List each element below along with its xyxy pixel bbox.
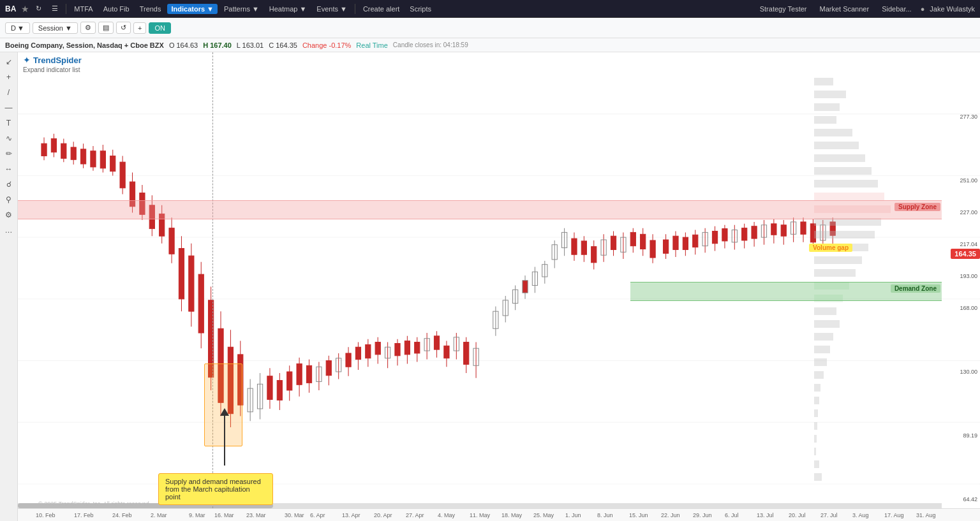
svg-rect-122 [444, 346, 449, 358]
refresh-button[interactable]: ↻ [32, 3, 45, 14]
svg-rect-126 [464, 342, 469, 365]
heatmap-button[interactable]: Heatmap ▼ [265, 4, 311, 14]
indicators-button[interactable]: Indicators ▼ [167, 4, 217, 14]
date-17feb: 17. Feb [74, 512, 94, 518]
favorite-button[interactable]: ★ [21, 4, 29, 14]
sidebar-button[interactable]: Sidebar... [878, 4, 915, 14]
price-level-130: 130.00 [945, 369, 980, 375]
interval-btn[interactable]: D ▼ [5, 22, 30, 34]
scroll-bar[interactable] [18, 503, 942, 508]
second-toolbar: D ▼ Session ▼ ⚙ ▤ ↺ + ON [0, 18, 980, 38]
trends-button[interactable]: Trends [136, 4, 165, 14]
fibonacci-icon[interactable]: ∿ [2, 131, 16, 145]
price-level-217: 217.04 [945, 241, 980, 247]
svg-rect-146 [572, 238, 577, 254]
more-tools-icon[interactable]: … [2, 223, 16, 237]
date-24feb: 24. Feb [112, 512, 132, 518]
supply-zone-band [18, 200, 942, 219]
user-avatar: ● [921, 5, 925, 13]
trendspider-logo: ✦ TrendSpider [23, 55, 82, 65]
brush-icon[interactable]: ✏ [2, 147, 16, 161]
svg-rect-52 [100, 151, 105, 168]
svg-rect-50 [91, 151, 96, 167]
separator-1 [66, 4, 66, 14]
svg-rect-136 [523, 281, 528, 293]
session-dropdown-icon: ▼ [65, 24, 72, 32]
settings-icon[interactable]: ⚙ [2, 208, 16, 222]
scripts-button[interactable]: Scripts [406, 4, 435, 14]
svg-rect-46 [71, 147, 76, 159]
session-label: Session [38, 24, 63, 32]
date-16mar: 16. Mar [214, 512, 234, 518]
svg-rect-154 [611, 236, 616, 249]
strategy-tester-button[interactable]: Strategy Tester [756, 4, 811, 14]
market-scanner-button[interactable]: Market Scanner [815, 4, 873, 14]
draw-line-icon[interactable]: / [2, 85, 16, 99]
svg-rect-8 [814, 180, 878, 187]
price-level-251: 251.00 [945, 177, 980, 184]
date-axis: 10. Feb 17. Feb 24. Feb 2. Mar 9. Mar 16… [18, 508, 980, 521]
magnet-icon[interactable]: ⚲ [2, 193, 16, 207]
expand-indicator-link[interactable]: Expand indicator list [23, 66, 80, 73]
create-alert-button[interactable]: Create alert [359, 4, 403, 14]
annotation-box: Supply and demand measured from the Marc… [158, 473, 273, 505]
cursor-icon[interactable]: ↙ [2, 55, 16, 69]
on-btn[interactable]: ON [149, 22, 171, 34]
price-level-193: 193.00 [945, 273, 980, 279]
svg-rect-170 [693, 235, 698, 247]
date-13jul: 13. Jul [757, 512, 774, 518]
svg-rect-54 [110, 156, 115, 171]
date-10feb: 10. Feb [36, 512, 56, 518]
interval-value: D [11, 24, 16, 32]
svg-rect-2 [814, 103, 840, 111]
svg-rect-72 [198, 274, 204, 333]
date-11may: 11. May [470, 512, 490, 518]
date-22jun: 22. Jun [661, 512, 680, 518]
text-icon[interactable]: T [2, 116, 16, 130]
top-toolbar: BA ★ ↻ ☰ MTFA Auto Fib Trends Indicators… [0, 0, 980, 18]
svg-rect-116 [415, 342, 420, 353]
crosshair-icon[interactable]: + [2, 70, 16, 84]
events-button[interactable]: Events ▼ [313, 4, 351, 14]
volume-profile [801, 52, 942, 486]
zoom-icon[interactable]: ☌ [2, 177, 16, 191]
price-level-227: 227.00 [945, 209, 980, 216]
horizontal-line-icon[interactable]: — [2, 101, 16, 115]
svg-rect-12 [814, 231, 875, 238]
svg-rect-40 [41, 143, 47, 156]
date-20jul: 20. Jul [789, 512, 806, 518]
date-6apr: 6. Apr [310, 512, 325, 518]
footer-watermark: © 2025 TrendSpider, Inc. All rights rese… [38, 501, 149, 507]
mtfa-button[interactable]: MTFA [70, 4, 96, 14]
svg-rect-28 [814, 435, 817, 443]
svg-rect-66 [169, 228, 174, 254]
svg-rect-9 [814, 193, 884, 200]
date-6jul: 6. Jul [725, 512, 739, 518]
undo-btn[interactable]: ↺ [116, 22, 131, 34]
measure-icon[interactable]: ↔ [2, 162, 16, 176]
date-31aug: 31. Aug [916, 512, 936, 518]
chart-container[interactable]: ✦ TrendSpider Expand indicator list Supp… [18, 52, 980, 521]
screenshot-btn[interactable]: ▤ [98, 22, 114, 34]
svg-rect-92 [297, 363, 302, 385]
date-20apr: 20. Apr [374, 512, 392, 518]
auto-fib-button[interactable]: Auto Fib [100, 4, 133, 14]
svg-rect-56 [120, 162, 125, 188]
svg-rect-88 [277, 381, 282, 400]
patterns-button[interactable]: Patterns ▼ [220, 4, 263, 14]
svg-rect-20 [814, 333, 833, 341]
svg-rect-186 [771, 224, 776, 235]
ts-logo-icon: ✦ [23, 55, 31, 65]
svg-rect-104 [355, 347, 360, 359]
chart-type-dropdown[interactable]: ☰ [48, 3, 62, 14]
svg-rect-112 [395, 343, 400, 355]
add-indicator-btn[interactable]: + [133, 22, 146, 34]
price-level-168: 168.00 [945, 305, 980, 311]
svg-rect-150 [591, 247, 597, 263]
toolbar-right: Strategy Tester Market Scanner Sidebar..… [756, 4, 975, 14]
chart-settings-btn[interactable]: ⚙ [80, 22, 96, 34]
svg-rect-158 [630, 232, 635, 246]
session-btn[interactable]: Session ▼ [33, 22, 78, 34]
svg-rect-164 [663, 240, 668, 253]
price-level-89: 89.19 [945, 432, 980, 439]
